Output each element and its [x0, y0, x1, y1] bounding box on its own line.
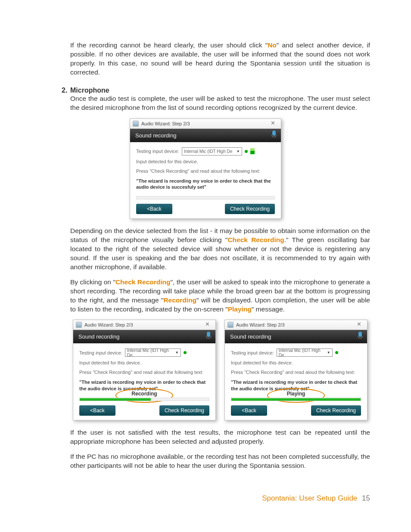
- page-footer: Spontania: User Setup Guide 15: [262, 494, 370, 503]
- instruction-text: Press "Check Recording" and read aloud t…: [231, 370, 361, 375]
- dialog-header: Sound recording: [225, 330, 367, 343]
- paragraph: By clicking on "Check Recording", the us…: [70, 278, 370, 314]
- status-indicator-icon: [184, 351, 187, 354]
- detected-text: Input detected for this device.: [136, 159, 275, 164]
- dialog-titlebar: Audio Wizard: Step 2/3 ✕: [130, 119, 281, 129]
- microphone-icon: [358, 332, 363, 339]
- app-icon: [227, 322, 234, 328]
- device-label: Testing input device:: [136, 149, 179, 154]
- quote-text: "The wizard is recording my voice in ord…: [136, 178, 275, 190]
- check-recording-button[interactable]: Check Recording: [225, 204, 275, 214]
- dialog-title: Audio Wizard: Step 2/3: [141, 121, 190, 126]
- audio-wizard-dialog-playing: Audio Wizard: Step 2/3 ✕ Sound recording…: [224, 320, 367, 420]
- header-text: Sound recording: [230, 333, 271, 340]
- list-number: 2.: [62, 87, 70, 94]
- highlight-playing: Playing: [228, 305, 252, 313]
- select-value: Internal Mic (IDT High De: [184, 149, 233, 154]
- back-button[interactable]: <Back: [231, 405, 267, 416]
- header-text: Sound recording: [135, 132, 176, 139]
- progress-bar: [136, 196, 275, 199]
- device-select[interactable]: Internal Mic (IDT High De ▼: [277, 348, 333, 357]
- chevron-down-icon: ▼: [327, 351, 330, 355]
- status-playing: Playing: [287, 391, 305, 397]
- status-indicator-icon: [245, 150, 248, 153]
- back-button[interactable]: <Back: [79, 405, 115, 416]
- device-select[interactable]: Internal Mic (IDT High De ▼: [182, 147, 242, 156]
- dialog-titlebar: Audio Wizard: Step 2/3 ✕: [73, 320, 215, 330]
- paragraph: If the recording cannot be heard clearly…: [70, 41, 370, 77]
- audio-wizard-dialog: Audio Wizard: Step 2/3 ✕ Sound recording…: [130, 118, 281, 219]
- chevron-down-icon: ▼: [175, 351, 179, 355]
- detected-text: Input detected for this device.: [231, 360, 361, 365]
- device-select[interactable]: Internal Mic (IDT High De ▼: [125, 348, 181, 357]
- text: If the recording cannot be heard clearly…: [70, 41, 268, 49]
- back-button[interactable]: <Back: [136, 204, 172, 214]
- device-label: Testing input device:: [79, 350, 122, 355]
- select-value: Internal Mic (IDT High De: [279, 348, 327, 358]
- check-recording-button[interactable]: Check Recording: [311, 405, 361, 416]
- section-heading: Microphone: [70, 87, 109, 94]
- app-icon: [133, 121, 139, 127]
- dialog-header: Sound recording: [73, 330, 215, 343]
- page-number: 15: [362, 494, 370, 502]
- header-text: Sound recording: [78, 333, 119, 340]
- text: " message.: [252, 305, 285, 313]
- close-icon[interactable]: ✕: [266, 120, 279, 126]
- paragraph: Once the audio test is complete, the use…: [70, 94, 370, 112]
- chevron-down-icon: ▼: [237, 149, 240, 153]
- quote-text: "The wizard is recording my voice in ord…: [79, 379, 209, 392]
- instruction-text: Press "Check Recording" and read aloud t…: [136, 168, 275, 174]
- dialog-titlebar: Audio Wizard: Step 2/3 ✕: [225, 320, 367, 330]
- microphone-icon: [206, 332, 211, 339]
- progress-bar: [231, 398, 361, 401]
- progress-bar: [79, 398, 209, 401]
- select-value: Internal Mic (IDT High De: [127, 348, 175, 358]
- paragraph: If the user is not satisfied with the te…: [70, 428, 370, 446]
- status-indicator-icon: [335, 351, 338, 354]
- instruction-text: Press "Check Recording" and read aloud t…: [79, 370, 209, 375]
- close-icon[interactable]: ✕: [201, 321, 214, 327]
- highlight-check-recording: Check Recording: [115, 278, 171, 286]
- status-recording: Recording: [131, 391, 157, 397]
- level-meter: [250, 148, 255, 154]
- detected-text: Input detected for this device.: [79, 360, 209, 365]
- highlight-recording: Recording: [163, 296, 196, 304]
- app-icon: [76, 322, 82, 328]
- footer-title: Spontania: User Setup Guide: [262, 494, 357, 502]
- paragraph: Depending on the device selected from th…: [70, 227, 370, 272]
- text: By clicking on ": [70, 278, 115, 286]
- dialog-header: Sound recording: [130, 129, 281, 142]
- dialog-title: Audio Wizard: Step 2/3: [84, 322, 133, 327]
- microphone-icon: [271, 131, 277, 138]
- highlight-no: No: [268, 41, 277, 49]
- quote-text: "The wizard is recording my voice in ord…: [231, 379, 361, 392]
- check-recording-button[interactable]: Check Recording: [159, 405, 209, 416]
- dialog-title: Audio Wizard: Step 2/3: [236, 322, 285, 327]
- close-icon[interactable]: ✕: [352, 321, 365, 327]
- audio-wizard-dialog-recording: Audio Wizard: Step 2/3 ✕ Sound recording…: [73, 320, 216, 420]
- highlight-check-recording: Check Recording: [227, 236, 284, 243]
- device-label: Testing input device:: [231, 350, 274, 355]
- paragraph: If the PC has no microphone available, o…: [70, 452, 370, 470]
